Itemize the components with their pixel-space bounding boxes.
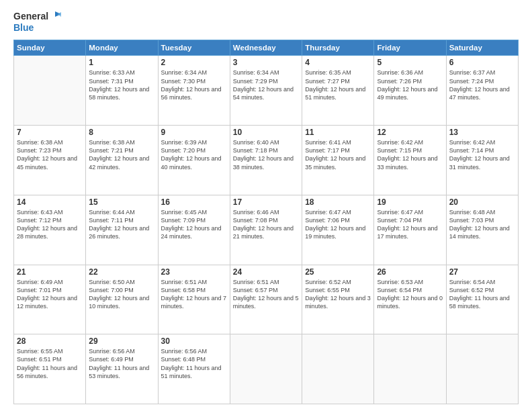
cell-details: Sunrise: 6:51 AMSunset: 6:58 PMDaylight:… [161, 278, 227, 311]
day-number: 14 [17, 197, 83, 207]
calendar-cell: 22Sunrise: 6:50 AMSunset: 7:00 PMDayligh… [86, 265, 158, 334]
col-saturday: Saturday [446, 40, 518, 56]
col-monday: Monday [86, 40, 158, 56]
cell-details: Sunrise: 6:47 AMSunset: 7:06 PMDaylight:… [305, 208, 371, 241]
day-number: 13 [449, 128, 515, 137]
logo-flag-icon [49, 11, 61, 23]
logo: General Blue [13, 11, 61, 33]
cell-details: Sunrise: 6:52 AMSunset: 6:55 PMDaylight:… [305, 278, 371, 311]
logo-blue: Blue [13, 23, 34, 33]
header: General Blue [13, 11, 519, 33]
calendar-cell: 4Sunrise: 6:35 AMSunset: 7:27 PMDaylight… [302, 56, 374, 126]
cell-details: Sunrise: 6:48 AMSunset: 7:03 PMDaylight:… [449, 208, 515, 241]
calendar-cell: 10Sunrise: 6:40 AMSunset: 7:18 PMDayligh… [230, 126, 302, 195]
cell-details: Sunrise: 6:42 AMSunset: 7:14 PMDaylight:… [449, 138, 515, 171]
calendar-cell: 26Sunrise: 6:53 AMSunset: 6:54 PMDayligh… [374, 265, 446, 334]
calendar-cell: 23Sunrise: 6:51 AMSunset: 6:58 PMDayligh… [158, 265, 230, 334]
cell-details: Sunrise: 6:49 AMSunset: 7:01 PMDaylight:… [17, 278, 83, 311]
cell-details: Sunrise: 6:42 AMSunset: 7:15 PMDaylight:… [377, 138, 443, 171]
calendar-cell: 6Sunrise: 6:37 AMSunset: 7:24 PMDaylight… [446, 56, 518, 126]
day-number: 3 [233, 58, 299, 67]
day-number: 2 [161, 58, 227, 67]
cell-details: Sunrise: 6:53 AMSunset: 6:54 PMDaylight:… [377, 278, 443, 311]
calendar-cell [302, 334, 374, 404]
calendar-cell: 3Sunrise: 6:34 AMSunset: 7:29 PMDaylight… [230, 56, 302, 126]
day-number: 24 [233, 267, 299, 277]
day-number: 10 [233, 128, 299, 137]
week-row-3: 14Sunrise: 6:43 AMSunset: 7:12 PMDayligh… [14, 195, 519, 265]
day-number: 15 [89, 197, 154, 207]
calendar-cell: 18Sunrise: 6:47 AMSunset: 7:06 PMDayligh… [302, 195, 374, 265]
day-number: 18 [305, 197, 371, 207]
calendar-cell [446, 334, 518, 404]
day-number: 11 [305, 128, 371, 137]
day-number: 6 [449, 58, 515, 67]
day-number: 16 [161, 197, 227, 207]
logo-general: General [13, 11, 48, 21]
calendar-cell: 19Sunrise: 6:47 AMSunset: 7:04 PMDayligh… [374, 195, 446, 265]
cell-details: Sunrise: 6:36 AMSunset: 7:26 PMDaylight:… [377, 68, 443, 101]
cell-details: Sunrise: 6:47 AMSunset: 7:04 PMDaylight:… [377, 208, 443, 241]
week-row-5: 28Sunrise: 6:55 AMSunset: 6:51 PMDayligh… [14, 334, 519, 404]
calendar-cell: 20Sunrise: 6:48 AMSunset: 7:03 PMDayligh… [446, 195, 518, 265]
cell-details: Sunrise: 6:39 AMSunset: 7:20 PMDaylight:… [161, 138, 227, 171]
calendar-cell: 7Sunrise: 6:38 AMSunset: 7:23 PMDaylight… [14, 126, 86, 195]
day-number: 4 [305, 58, 371, 67]
day-number: 1 [89, 58, 154, 67]
day-number: 23 [161, 267, 227, 277]
day-number: 17 [233, 197, 299, 207]
day-number: 25 [305, 267, 371, 277]
col-tuesday: Tuesday [158, 40, 230, 56]
cell-details: Sunrise: 6:35 AMSunset: 7:27 PMDaylight:… [305, 68, 371, 101]
calendar-cell [14, 56, 86, 126]
day-number: 20 [449, 197, 515, 207]
day-number: 8 [89, 128, 154, 137]
cell-details: Sunrise: 6:44 AMSunset: 7:11 PMDaylight:… [89, 208, 154, 241]
day-number: 22 [89, 267, 154, 277]
cell-details: Sunrise: 6:50 AMSunset: 7:00 PMDaylight:… [89, 278, 154, 311]
cell-details: Sunrise: 6:55 AMSunset: 6:51 PMDaylight:… [17, 347, 83, 380]
week-row-2: 7Sunrise: 6:38 AMSunset: 7:23 PMDaylight… [14, 126, 519, 195]
col-thursday: Thursday [302, 40, 374, 56]
cell-details: Sunrise: 6:46 AMSunset: 7:08 PMDaylight:… [233, 208, 299, 241]
calendar-cell [230, 334, 302, 404]
week-row-1: 1Sunrise: 6:33 AMSunset: 7:31 PMDaylight… [14, 56, 519, 126]
calendar-cell: 11Sunrise: 6:41 AMSunset: 7:17 PMDayligh… [302, 126, 374, 195]
cell-details: Sunrise: 6:34 AMSunset: 7:30 PMDaylight:… [161, 68, 227, 101]
calendar-cell: 2Sunrise: 6:34 AMSunset: 7:30 PMDaylight… [158, 56, 230, 126]
cell-details: Sunrise: 6:43 AMSunset: 7:12 PMDaylight:… [17, 208, 83, 241]
calendar-cell: 29Sunrise: 6:56 AMSunset: 6:49 PMDayligh… [86, 334, 158, 404]
day-number: 28 [17, 336, 83, 346]
cell-details: Sunrise: 6:51 AMSunset: 6:57 PMDaylight:… [233, 278, 299, 311]
page: General Blue Sunday Monday Tuesday Wedne… [0, 0, 532, 411]
cell-details: Sunrise: 6:45 AMSunset: 7:09 PMDaylight:… [161, 208, 227, 241]
cell-details: Sunrise: 6:33 AMSunset: 7:31 PMDaylight:… [89, 68, 154, 101]
calendar-table: Sunday Monday Tuesday Wednesday Thursday… [13, 40, 519, 404]
calendar-cell: 13Sunrise: 6:42 AMSunset: 7:14 PMDayligh… [446, 126, 518, 195]
calendar-cell: 28Sunrise: 6:55 AMSunset: 6:51 PMDayligh… [14, 334, 86, 404]
cell-details: Sunrise: 6:37 AMSunset: 7:24 PMDaylight:… [449, 68, 515, 101]
calendar-cell: 9Sunrise: 6:39 AMSunset: 7:20 PMDaylight… [158, 126, 230, 195]
day-number: 19 [377, 197, 443, 207]
day-number: 7 [17, 128, 83, 137]
day-number: 12 [377, 128, 443, 137]
cell-details: Sunrise: 6:38 AMSunset: 7:21 PMDaylight:… [89, 138, 154, 171]
cell-details: Sunrise: 6:41 AMSunset: 7:17 PMDaylight:… [305, 138, 371, 171]
calendar-cell: 24Sunrise: 6:51 AMSunset: 6:57 PMDayligh… [230, 265, 302, 334]
calendar-cell: 27Sunrise: 6:54 AMSunset: 6:52 PMDayligh… [446, 265, 518, 334]
day-number: 21 [17, 267, 83, 277]
col-sunday: Sunday [14, 40, 86, 56]
day-number: 5 [377, 58, 443, 67]
calendar-cell: 17Sunrise: 6:46 AMSunset: 7:08 PMDayligh… [230, 195, 302, 265]
calendar-cell: 21Sunrise: 6:49 AMSunset: 7:01 PMDayligh… [14, 265, 86, 334]
cell-details: Sunrise: 6:56 AMSunset: 6:48 PMDaylight:… [161, 347, 227, 380]
calendar-cell: 12Sunrise: 6:42 AMSunset: 7:15 PMDayligh… [374, 126, 446, 195]
cell-details: Sunrise: 6:34 AMSunset: 7:29 PMDaylight:… [233, 68, 299, 101]
day-number: 26 [377, 267, 443, 277]
cell-details: Sunrise: 6:38 AMSunset: 7:23 PMDaylight:… [17, 138, 83, 171]
col-friday: Friday [374, 40, 446, 56]
calendar-cell: 1Sunrise: 6:33 AMSunset: 7:31 PMDaylight… [86, 56, 158, 126]
calendar-cell: 30Sunrise: 6:56 AMSunset: 6:48 PMDayligh… [158, 334, 230, 404]
calendar-cell: 16Sunrise: 6:45 AMSunset: 7:09 PMDayligh… [158, 195, 230, 265]
calendar-cell: 14Sunrise: 6:43 AMSunset: 7:12 PMDayligh… [14, 195, 86, 265]
